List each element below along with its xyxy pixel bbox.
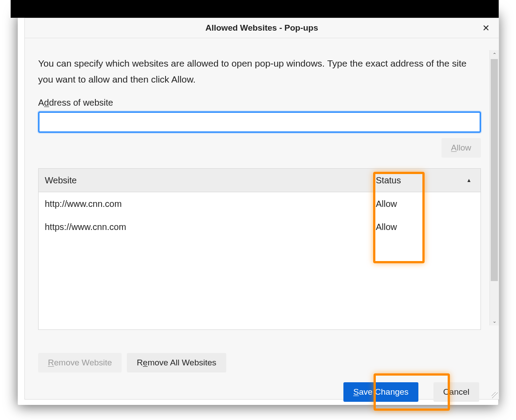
- body-scrollbar[interactable]: ⌃ ⌄: [489, 50, 499, 325]
- address-label: Address of website: [38, 98, 481, 108]
- resize-grip-icon[interactable]: [492, 392, 498, 398]
- scrollbar-thumb[interactable]: [491, 59, 498, 281]
- dialog-titlebar: Allowed Websites - Pop-ups ✕: [25, 18, 499, 38]
- cell-status: Allow: [368, 222, 481, 232]
- cell-website: http://www.cnn.com: [39, 199, 368, 209]
- address-input-wrap: [38, 111, 481, 133]
- instructions-text: You can specify which websites are allow…: [38, 55, 481, 87]
- cell-status: Allow: [368, 199, 481, 209]
- close-icon: ✕: [482, 23, 490, 33]
- remove-all-websites-button[interactable]: Remove All Websites: [127, 353, 226, 372]
- table-header[interactable]: Website Status ▲: [39, 169, 481, 192]
- table-row[interactable]: https://www.cnn.com Allow: [39, 215, 481, 238]
- exceptions-table: Website Status ▲ http://www.cnn.com Allo…: [38, 168, 481, 330]
- dialog-title: Allowed Websites - Pop-ups: [205, 23, 318, 33]
- popup-exceptions-dialog: Allowed Websites - Pop-ups ✕ ⌃ ⌄ You can…: [24, 18, 499, 400]
- allow-button[interactable]: Allow: [441, 138, 481, 158]
- scroll-down-icon[interactable]: ⌄: [490, 317, 499, 325]
- column-website[interactable]: Website: [39, 175, 368, 186]
- column-status[interactable]: Status ▲: [368, 175, 481, 186]
- address-input[interactable]: [39, 113, 480, 131]
- scroll-up-icon[interactable]: ⌃: [490, 50, 499, 59]
- close-button[interactable]: ✕: [476, 18, 496, 38]
- save-changes-button[interactable]: Save Changes: [343, 382, 418, 402]
- remove-website-button[interactable]: Remove Website: [38, 353, 122, 372]
- table-row[interactable]: http://www.cnn.com Allow: [39, 192, 481, 215]
- sort-ascending-icon: ▲: [466, 177, 472, 183]
- cancel-button[interactable]: Cancel: [433, 382, 479, 402]
- cell-website: https://www.cnn.com: [39, 222, 368, 232]
